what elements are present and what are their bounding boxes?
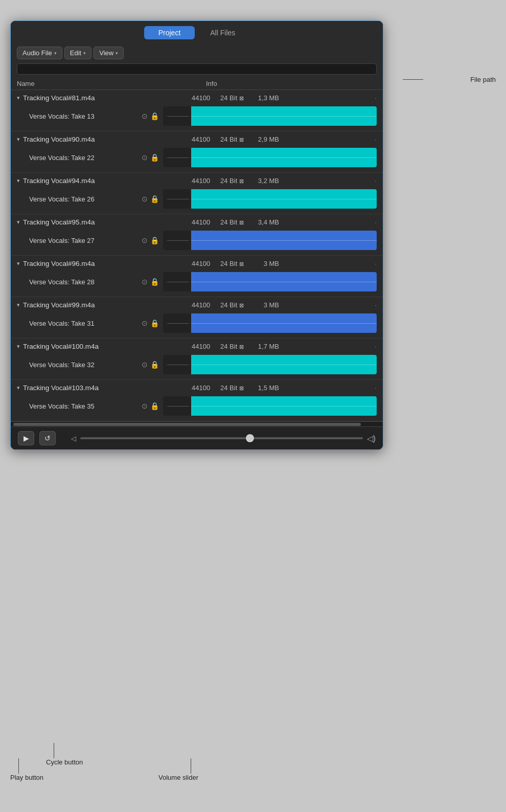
lock-icon: 🔒 bbox=[150, 195, 159, 203]
file-size: 3 MB bbox=[251, 301, 279, 309]
bit-depth: 24 Bit ⊠ bbox=[220, 301, 247, 309]
center-line bbox=[191, 323, 377, 324]
file-size: 1,3 MB bbox=[251, 94, 279, 102]
file-info: 44100 24 Bit ⊠ 2,9 MB bbox=[192, 136, 279, 143]
file-info: 44100 24 Bit ⊠ 1,5 MB bbox=[192, 384, 279, 392]
clock-icon: ⊙ bbox=[142, 236, 148, 244]
cycle-button[interactable]: ↺ bbox=[39, 431, 56, 445]
waveform-pre bbox=[163, 148, 191, 167]
menu-edit[interactable]: Edit ▾ bbox=[64, 47, 91, 59]
more-options-icon[interactable]: · bbox=[375, 136, 377, 143]
file-header[interactable]: ▾ Tracking Vocal#90.m4a 44100 24 Bit ⊠ 2… bbox=[11, 131, 383, 145]
more-options-icon[interactable]: · bbox=[375, 218, 377, 226]
sample-rate: 44100 bbox=[192, 177, 216, 185]
take-name: Verse Vocals: Take 28 bbox=[29, 278, 142, 286]
take-row: Verse Vocals: Take 27 ⊙ 🔒 bbox=[11, 228, 383, 255]
sample-rate: 44100 bbox=[192, 136, 216, 143]
center-line bbox=[191, 240, 377, 241]
lock-icon: 🔒 bbox=[150, 278, 159, 286]
file-group: ▾ Tracking Vocal#94.m4a 44100 24 Bit ⊠ 3… bbox=[11, 173, 383, 214]
clock-icon: ⊙ bbox=[142, 319, 148, 327]
file-list: ▾ Tracking Vocal#81.m4a 44100 24 Bit ⊠ 1… bbox=[11, 90, 383, 421]
volume-slider[interactable] bbox=[80, 437, 363, 439]
file-header[interactable]: ▾ Tracking Vocal#81.m4a 44100 24 Bit ⊠ 1… bbox=[11, 90, 383, 104]
waveform-pre bbox=[163, 106, 191, 126]
menu-view[interactable]: View ▾ bbox=[94, 47, 124, 59]
file-name: Tracking Vocal#100.m4a bbox=[23, 343, 192, 350]
volume-control: ◁ ◁) bbox=[71, 434, 376, 443]
sample-rate: 44100 bbox=[192, 260, 216, 267]
chevron-icon: ▾ bbox=[17, 136, 20, 143]
waveform-container bbox=[163, 148, 377, 167]
take-icons: ⊙ 🔒 bbox=[142, 153, 159, 162]
file-size: 3,4 MB bbox=[251, 218, 279, 226]
more-options-icon[interactable]: · bbox=[375, 260, 377, 267]
file-name: Tracking Vocal#103.m4a bbox=[23, 384, 192, 392]
take-name: Verse Vocals: Take 22 bbox=[29, 154, 142, 162]
waveform-main bbox=[191, 189, 377, 209]
file-header[interactable]: ▾ Tracking Vocal#94.m4a 44100 24 Bit ⊠ 3… bbox=[11, 173, 383, 187]
waveform-container bbox=[163, 106, 377, 126]
play-button-annotation: Play button bbox=[10, 774, 43, 781]
file-header[interactable]: ▾ Tracking Vocal#100.m4a 44100 24 Bit ⊠ … bbox=[11, 339, 383, 352]
bit-depth: 24 Bit ⊠ bbox=[220, 260, 247, 267]
file-group: ▾ Tracking Vocal#90.m4a 44100 24 Bit ⊠ 2… bbox=[11, 131, 383, 173]
lock-icon: 🔒 bbox=[150, 236, 159, 244]
file-path-bar[interactable] bbox=[17, 63, 377, 75]
chevron-icon: ▾ bbox=[17, 343, 20, 350]
file-header[interactable]: ▾ Tracking Vocal#103.m4a 44100 24 Bit ⊠ … bbox=[11, 380, 383, 394]
chevron-icon: ▾ bbox=[17, 177, 20, 184]
more-options-icon[interactable]: · bbox=[375, 343, 377, 350]
file-info: 44100 24 Bit ⊠ 3 MB bbox=[192, 260, 279, 267]
waveform-main bbox=[191, 148, 377, 167]
hscroll-thumb[interactable] bbox=[13, 423, 361, 426]
file-name: Tracking Vocal#90.m4a bbox=[23, 136, 192, 143]
chevron-icon: ▾ bbox=[17, 385, 20, 391]
clock-icon: ⊙ bbox=[142, 112, 148, 120]
file-size: 2,9 MB bbox=[251, 136, 279, 143]
waveform-container bbox=[163, 313, 377, 333]
take-row: Verse Vocals: Take 35 ⊙ 🔒 bbox=[11, 394, 383, 421]
volume-high-icon: ◁) bbox=[367, 434, 376, 443]
sample-rate: 44100 bbox=[192, 343, 216, 350]
bit-depth: 24 Bit ⊠ bbox=[220, 343, 247, 350]
center-line bbox=[191, 157, 377, 158]
more-options-icon[interactable]: · bbox=[375, 301, 377, 309]
take-name: Verse Vocals: Take 35 bbox=[29, 402, 142, 410]
waveform-pre bbox=[163, 231, 191, 250]
take-row: Verse Vocals: Take 22 ⊙ 🔒 bbox=[11, 145, 383, 172]
waveform-pre bbox=[163, 189, 191, 209]
clock-icon: ⊙ bbox=[142, 195, 148, 203]
menu-audio-file[interactable]: Audio File ▾ bbox=[17, 47, 62, 59]
lock-icon: 🔒 bbox=[150, 112, 159, 120]
tab-all-files[interactable]: All Files bbox=[196, 26, 249, 39]
file-info: 44100 24 Bit ⊠ 3,4 MB bbox=[192, 218, 279, 226]
file-header[interactable]: ▾ Tracking Vocal#96.m4a 44100 24 Bit ⊠ 3… bbox=[11, 256, 383, 269]
column-info-header: Info bbox=[206, 80, 377, 87]
file-group: ▾ Tracking Vocal#96.m4a 44100 24 Bit ⊠ 3… bbox=[11, 256, 383, 297]
play-button[interactable]: ▶ bbox=[18, 431, 34, 445]
menu-bar: Audio File ▾ Edit ▾ View ▾ bbox=[11, 43, 383, 63]
app-window: Project All Files Audio File ▾ Edit ▾ Vi… bbox=[10, 20, 383, 450]
file-header[interactable]: ▾ Tracking Vocal#95.m4a 44100 24 Bit ⊠ 3… bbox=[11, 214, 383, 228]
tab-project[interactable]: Project bbox=[144, 26, 195, 39]
take-row: Verse Vocals: Take 13 ⊙ 🔒 bbox=[11, 104, 383, 131]
cycle-line bbox=[54, 743, 54, 758]
clock-icon: ⊙ bbox=[142, 153, 148, 162]
file-group: ▾ Tracking Vocal#100.m4a 44100 24 Bit ⊠ … bbox=[11, 339, 383, 380]
more-options-icon[interactable]: · bbox=[375, 177, 377, 185]
clock-icon: ⊙ bbox=[142, 360, 148, 369]
more-options-icon[interactable]: · bbox=[375, 94, 377, 102]
take-name: Verse Vocals: Take 26 bbox=[29, 195, 142, 203]
waveform-container bbox=[163, 396, 377, 416]
file-size: 1,5 MB bbox=[251, 384, 279, 392]
volume-slider-thumb[interactable] bbox=[246, 434, 254, 442]
file-group: ▾ Tracking Vocal#103.m4a 44100 24 Bit ⊠ … bbox=[11, 380, 383, 421]
more-options-icon[interactable]: · bbox=[375, 384, 377, 392]
file-header[interactable]: ▾ Tracking Vocal#99.m4a 44100 24 Bit ⊠ 3… bbox=[11, 297, 383, 311]
take-icons: ⊙ 🔒 bbox=[142, 278, 159, 286]
take-name: Verse Vocals: Take 32 bbox=[29, 361, 142, 369]
file-info: 44100 24 Bit ⊠ 1,7 MB bbox=[192, 343, 279, 350]
horizontal-scrollbar[interactable] bbox=[11, 421, 383, 426]
chevron-icon: ▾ bbox=[17, 95, 20, 101]
